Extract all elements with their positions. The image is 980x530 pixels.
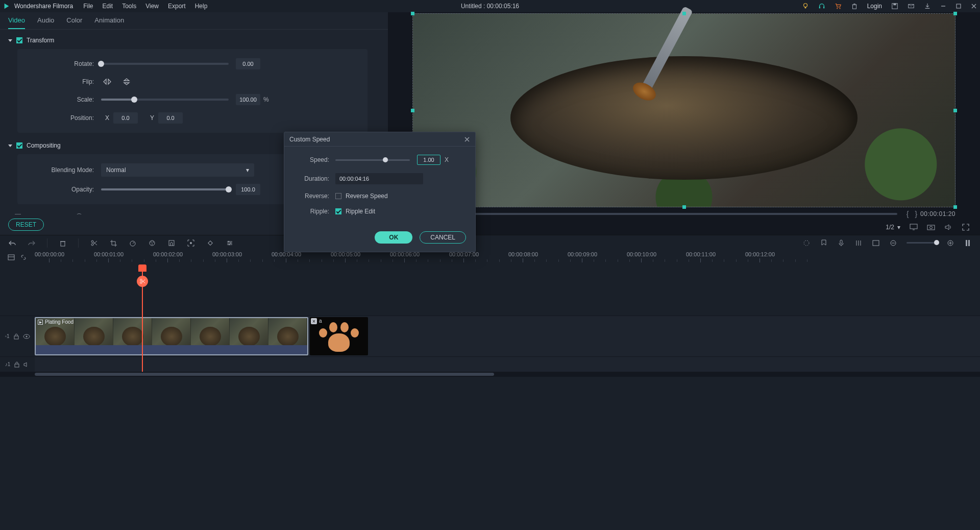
dialog-close-button[interactable] <box>464 136 470 142</box>
video-clip-1[interactable]: ▸Plating Food <box>35 317 308 355</box>
transform-checkbox[interactable] <box>16 37 22 43</box>
svg-point-19 <box>91 244 93 246</box>
mixer-icon[interactable] <box>802 239 811 247</box>
download-icon[interactable] <box>924 3 931 10</box>
section-transform-header[interactable]: Transform <box>8 34 368 47</box>
tab-audio[interactable]: Audio <box>37 12 54 29</box>
split-button[interactable] <box>90 239 98 247</box>
remove-icon[interactable]: × <box>311 318 317 324</box>
mark-in-icon[interactable]: { <box>906 210 909 218</box>
preview-scale-select[interactable]: 1/2 ▾ <box>886 224 900 231</box>
title-bar: Wondershare Filmora File Edit Tools View… <box>0 0 980 12</box>
zoom-in-button[interactable] <box>946 239 954 247</box>
svg-point-51 <box>140 282 142 283</box>
keyframe-button[interactable] <box>206 239 214 247</box>
motion-checkbox[interactable] <box>15 214 21 214</box>
headphones-icon[interactable] <box>818 3 825 10</box>
timeline-scrollbar[interactable] <box>0 372 980 377</box>
playhead[interactable] <box>142 264 143 372</box>
preview-canvas[interactable] <box>412 13 955 207</box>
lightbulb-icon[interactable] <box>802 3 809 10</box>
tab-color[interactable]: Color <box>66 12 82 29</box>
reset-button[interactable]: RESET <box>8 219 44 231</box>
ripple-checkbox[interactable] <box>335 208 341 214</box>
duration-input[interactable]: 00:00:04:16 <box>335 173 423 184</box>
crop-button[interactable] <box>109 239 117 247</box>
link-icon[interactable] <box>20 254 27 260</box>
cancel-button[interactable]: CANCEL <box>420 231 466 244</box>
greenscreen-button[interactable] <box>167 239 176 247</box>
preview-seekbar[interactable] <box>412 213 897 215</box>
adjust-button[interactable] <box>226 239 234 247</box>
rotate-value[interactable]: 0.00 <box>236 58 260 69</box>
speaker-icon[interactable] <box>23 362 30 367</box>
menu-file[interactable]: File <box>83 3 93 10</box>
undo-button[interactable] <box>8 239 16 247</box>
rotate-slider[interactable] <box>101 63 229 65</box>
menu-tools[interactable]: Tools <box>122 3 136 10</box>
speed-slider[interactable] <box>335 159 410 161</box>
volume-icon[interactable] <box>944 223 952 231</box>
blend-mode-select[interactable]: Normal ▾ <box>101 163 254 177</box>
time-ruler[interactable]: 00:00:00:0000:00:01:0000:00:02:0000:00:0… <box>35 250 980 264</box>
audio-mixer-icon[interactable] <box>854 239 863 247</box>
display-icon[interactable] <box>910 223 918 231</box>
menu-edit[interactable]: Edit <box>103 3 113 10</box>
position-x-value[interactable]: 0.0 <box>113 112 138 124</box>
speed-button[interactable] <box>129 239 137 247</box>
menu-export[interactable]: Export <box>168 3 186 10</box>
caret-down-icon <box>8 144 12 147</box>
mail-icon[interactable] <box>908 3 915 10</box>
caret-down-icon <box>8 39 12 42</box>
zoom-out-button[interactable] <box>889 239 897 247</box>
zoom-fit-button[interactable] <box>964 239 972 247</box>
opacity-slider[interactable] <box>101 188 229 190</box>
color-button[interactable] <box>148 239 156 247</box>
reverse-checkbox[interactable] <box>335 193 341 199</box>
paw-icon <box>317 322 361 354</box>
focus-button[interactable] <box>187 239 195 247</box>
speed-input[interactable]: 1.00 <box>417 155 440 165</box>
menu-help[interactable]: Help <box>195 3 208 10</box>
scissors-icon[interactable] <box>137 276 148 287</box>
marker-icon[interactable] <box>820 239 828 247</box>
tab-video[interactable]: Video <box>8 12 25 29</box>
close-button[interactable] <box>971 3 977 9</box>
audio-track-1: ♪1 <box>0 356 980 372</box>
flip-vertical-button[interactable] <box>120 77 133 87</box>
redo-button[interactable] <box>28 239 36 247</box>
ripple-text: Ripple Edit <box>346 208 375 215</box>
position-y-value[interactable]: 0.0 <box>158 112 183 124</box>
login-link[interactable]: Login <box>867 3 882 10</box>
save-icon[interactable] <box>891 3 898 10</box>
menu-view[interactable]: View <box>145 3 159 10</box>
compositing-checkbox[interactable] <box>16 142 22 149</box>
lock-icon[interactable] <box>14 362 19 368</box>
maximize-button[interactable] <box>955 3 962 9</box>
opacity-value[interactable]: 100.0 <box>236 184 260 195</box>
trash-icon[interactable] <box>851 3 858 10</box>
svg-point-18 <box>91 240 93 243</box>
mark-out-icon[interactable]: } <box>915 210 917 218</box>
voiceover-icon[interactable] <box>837 239 845 247</box>
svg-rect-36 <box>840 240 842 244</box>
preview-panel: { } 00:00:01:20 1/2 ▾ <box>388 12 980 235</box>
cart-icon[interactable] <box>835 3 842 10</box>
tab-animation[interactable]: Animation <box>94 12 124 29</box>
lock-icon[interactable] <box>14 333 19 340</box>
render-icon[interactable] <box>872 239 880 247</box>
ok-button[interactable]: OK <box>375 231 412 244</box>
timeline-settings-icon[interactable] <box>8 254 15 260</box>
video-clip-2[interactable]: × a <box>310 317 368 355</box>
scale-value[interactable]: 100.00 <box>236 94 260 105</box>
flip-horizontal-button[interactable] <box>101 77 113 87</box>
opacity-label: Opacity: <box>30 186 101 193</box>
fullscreen-icon[interactable] <box>962 223 970 231</box>
snapshot-icon[interactable] <box>927 223 935 231</box>
minimize-button[interactable] <box>940 3 946 9</box>
scale-slider[interactable] <box>101 99 229 101</box>
eye-icon[interactable] <box>23 334 30 339</box>
delete-button[interactable] <box>59 239 67 247</box>
svg-point-33 <box>230 242 232 244</box>
zoom-slider[interactable] <box>906 242 937 244</box>
